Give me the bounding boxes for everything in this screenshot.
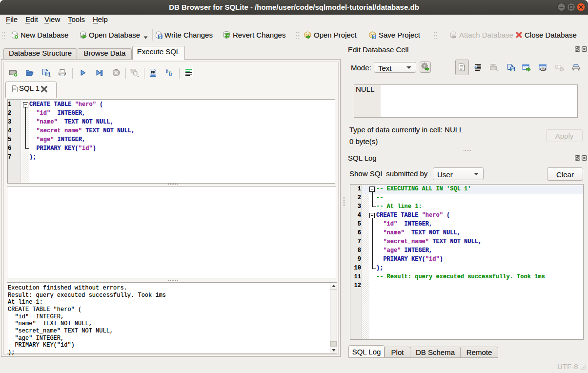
- svg-text:a: a: [169, 70, 172, 77]
- svg-text:b: b: [166, 68, 168, 74]
